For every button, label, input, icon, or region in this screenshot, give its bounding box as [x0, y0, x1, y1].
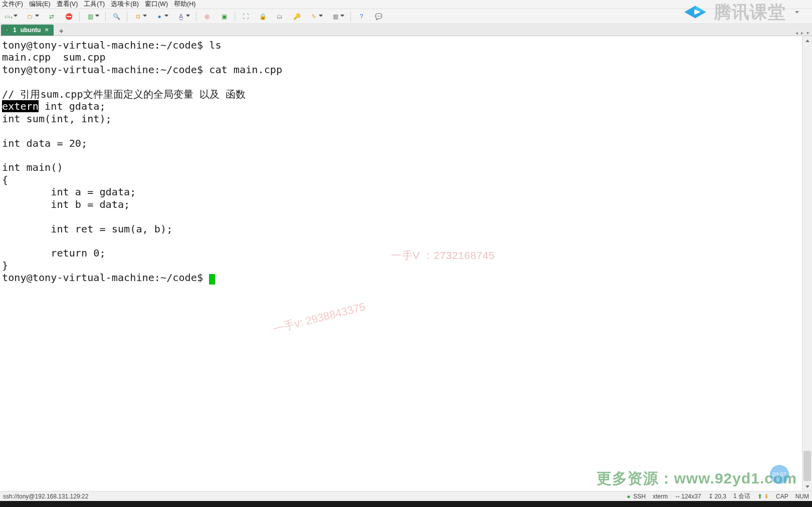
- scroll-down-button[interactable]: [802, 482, 812, 491]
- disconnect-button[interactable]: ⛔: [63, 11, 74, 22]
- src-sum-decl: int sum(int, int);: [2, 113, 112, 125]
- new-tab-button[interactable]: +: [57, 27, 66, 36]
- help-button[interactable]: ?: [356, 11, 367, 22]
- script-red-button[interactable]: ◎: [201, 11, 213, 22]
- ssh-icon: ●: [627, 494, 632, 499]
- script-green-icon: ▣: [220, 12, 229, 21]
- status-connection: ssh://tony@192.168.131.129:22: [3, 493, 88, 500]
- tab-index: 1: [13, 27, 17, 34]
- status-cursor-pos: ↧20,3: [708, 493, 726, 500]
- src-lbrace: {: [2, 174, 8, 186]
- menu-file[interactable]: 文件(F): [2, 0, 23, 9]
- src-extern-highlight: extern: [2, 100, 39, 112]
- src-main-sig: int main(): [2, 161, 63, 173]
- status-num: NUM: [795, 493, 809, 500]
- compose-button[interactable]: ✎: [308, 11, 324, 22]
- disconnect-icon: ⛔: [64, 12, 73, 21]
- fullscreen-icon: ⛶: [241, 12, 250, 21]
- dimensions-icon: ↔: [675, 494, 680, 499]
- menu-tabs[interactable]: 选项卡(B): [111, 0, 139, 9]
- net-icon: ⬆: [757, 494, 762, 499]
- status-sessions: 1 会话: [733, 492, 750, 500]
- src-data: int data = 20;: [2, 137, 87, 149]
- watermark-1: 一手V ：2732168745: [391, 248, 495, 263]
- time-pill: 03:07: [770, 465, 789, 484]
- src-ret: int ret = sum(a, b);: [2, 223, 172, 235]
- highlight-button[interactable]: A̲: [175, 11, 191, 22]
- new-session-icon: ▭₊: [4, 12, 13, 21]
- new-session-button[interactable]: ▭₊: [3, 11, 19, 22]
- terminal-cursor: [209, 274, 215, 285]
- open-button[interactable]: 🗀: [25, 11, 40, 22]
- menu-window[interactable]: 窗口(W): [145, 0, 168, 9]
- src-return: return 0;: [2, 247, 106, 259]
- fullscreen-button[interactable]: ⛶: [240, 11, 251, 22]
- status-net: ⬆⬇: [757, 494, 769, 499]
- tab-next-button[interactable]: ▸: [801, 30, 803, 36]
- cursor-pos-icon: ↧: [708, 494, 713, 499]
- chat-icon: 💬: [374, 12, 383, 21]
- close-tab-button[interactable]: ✕: [45, 28, 50, 33]
- status-cap: CAP: [776, 493, 788, 500]
- lock-button[interactable]: 🔒: [257, 11, 268, 22]
- src-comment: // 引用sum.cpp文件里面定义的全局变量 以及 函数: [2, 88, 246, 100]
- open-icon: 🗀: [26, 12, 35, 21]
- tab-nav: ◂ ▸ ▾: [795, 30, 812, 36]
- reconnect-icon: ⇄: [47, 12, 56, 21]
- prompt-3: tony@tony-virtual-machine:~/code$: [2, 272, 203, 284]
- properties-icon: ▥: [86, 12, 95, 21]
- scroll-thumb[interactable]: [803, 451, 811, 481]
- script-green-button[interactable]: ▣: [219, 11, 230, 22]
- copy-button[interactable]: ⧉: [132, 11, 148, 22]
- net-icon-2: ⬇: [764, 494, 769, 499]
- tile-icon: ▦: [331, 12, 340, 21]
- session-tab[interactable]: 1 ubuntu ✕: [1, 25, 54, 36]
- src-rbrace: }: [2, 260, 8, 272]
- status-ssh: ●SSH: [627, 493, 646, 500]
- prompt-2: tony@tony-virtual-machine:~/code$: [2, 64, 203, 76]
- src-extern-rest: int gdata;: [39, 100, 106, 112]
- prompt-1: tony@tony-virtual-machine:~/code$: [2, 39, 203, 51]
- src-a: int a = gdata;: [2, 186, 136, 198]
- folder-button[interactable]: 🗂: [274, 11, 285, 22]
- tab-title: ubuntu: [21, 27, 41, 34]
- brand-logo-icon: [682, 2, 709, 22]
- tab-list-button[interactable]: ▾: [806, 30, 809, 36]
- highlight-icon: A̲: [176, 12, 185, 21]
- chat-button[interactable]: 💬: [373, 11, 384, 22]
- menu-edit[interactable]: 编辑(E): [29, 0, 51, 9]
- session-status-icon: [5, 28, 9, 32]
- find-button[interactable]: 🔍: [111, 11, 122, 22]
- key-button[interactable]: 🔑: [291, 11, 302, 22]
- status-bar: ssh://tony@192.168.131.129:22 ●SSH xterm…: [0, 491, 812, 501]
- paste-button[interactable]: ●: [154, 11, 169, 22]
- menu-view[interactable]: 查看(V): [57, 0, 78, 9]
- scroll-up-button[interactable]: [802, 36, 812, 45]
- copy-icon: ⧉: [133, 12, 142, 21]
- properties-button[interactable]: ▥: [85, 11, 100, 22]
- tab-prev-button[interactable]: ◂: [795, 30, 798, 36]
- script-red-icon: ◎: [202, 12, 212, 21]
- reconnect-button[interactable]: ⇄: [46, 11, 57, 22]
- status-termtype: xterm: [653, 493, 668, 500]
- cmd-cat: cat main.cpp: [209, 64, 282, 76]
- src-b: int b = data;: [2, 198, 130, 210]
- tile-button[interactable]: ▦: [330, 11, 345, 22]
- menu-help[interactable]: 帮助(H): [174, 0, 195, 9]
- cmd-ls: ls: [209, 39, 221, 51]
- footer-watermark: 更多资源：www.92yd1.com: [596, 468, 797, 489]
- tab-bar: 1 ubuntu ✕ + ◂ ▸ ▾: [0, 24, 812, 36]
- terminal[interactable]: tony@tony-virtual-machine:~/code$ ls mai…: [0, 36, 802, 491]
- paste-icon: ●: [155, 12, 164, 21]
- os-taskbar: [0, 501, 812, 507]
- compose-icon: ✎: [309, 12, 318, 21]
- folder-icon: 🗂: [275, 12, 284, 21]
- scrollbar[interactable]: [802, 36, 812, 491]
- menu-tools[interactable]: 工具(T): [84, 0, 105, 9]
- brand-dropdown[interactable]: [794, 9, 800, 15]
- find-icon: 🔍: [112, 12, 121, 21]
- lock-icon: 🔒: [258, 12, 267, 21]
- brand-logo-text: 腾讯课堂: [714, 1, 786, 24]
- help-icon: ?: [357, 12, 366, 21]
- key-icon: 🔑: [292, 12, 301, 21]
